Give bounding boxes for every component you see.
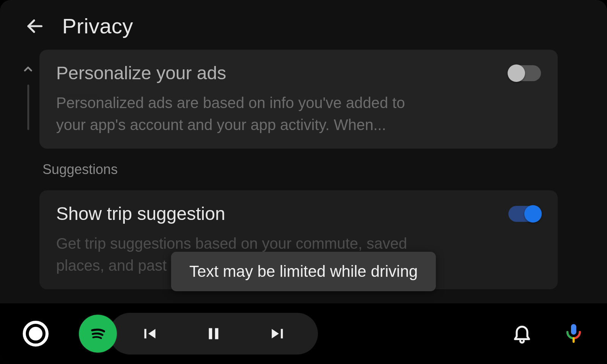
svg-rect-3 [215, 328, 219, 339]
header: Privacy [0, 0, 607, 46]
back-button[interactable] [23, 14, 47, 38]
home-button[interactable] [23, 321, 49, 347]
arrow-left-icon [25, 16, 45, 36]
setting-personalize-ads[interactable]: Personalize your ads Personalized ads ar… [39, 50, 558, 149]
scroll-up-button[interactable] [22, 63, 35, 77]
microphone-icon [563, 322, 584, 344]
skip-next-icon [269, 324, 288, 343]
play-pause-button[interactable] [204, 324, 223, 343]
toggle-thumb [524, 205, 542, 223]
spotify-icon [85, 321, 110, 346]
setting-description: Personalized ads are based on info you'v… [56, 92, 428, 136]
page-title: Privacy [62, 14, 133, 38]
setting-title: Personalize your ads [56, 63, 226, 83]
previous-track-button[interactable] [140, 324, 159, 343]
toggle-thumb [508, 64, 525, 82]
now-playing-app-icon[interactable] [79, 315, 117, 353]
toast-text: Text may be limited while driving [189, 262, 418, 280]
pause-icon [204, 324, 223, 343]
next-track-button[interactable] [269, 324, 288, 343]
skip-previous-icon [140, 324, 159, 343]
toggle-trip-suggestion[interactable] [508, 206, 541, 222]
setting-title: Show trip suggestion [56, 203, 225, 224]
bell-icon [511, 322, 533, 344]
assistant-mic-button[interactable] [563, 322, 584, 345]
svg-rect-2 [209, 328, 212, 339]
privacy-settings-screen: Privacy Personalize your ads [0, 0, 607, 364]
media-controls [109, 313, 318, 355]
section-label-suggestions: Suggestions [39, 162, 558, 177]
scrollbar-track[interactable] [27, 85, 29, 130]
svg-rect-4 [571, 324, 576, 335]
notifications-button[interactable] [511, 322, 533, 345]
chevron-up-icon [22, 63, 35, 75]
driving-limitation-toast: Text may be limited while driving [171, 252, 436, 291]
toggle-personalize-ads[interactable] [508, 65, 541, 81]
system-bar [0, 303, 607, 364]
